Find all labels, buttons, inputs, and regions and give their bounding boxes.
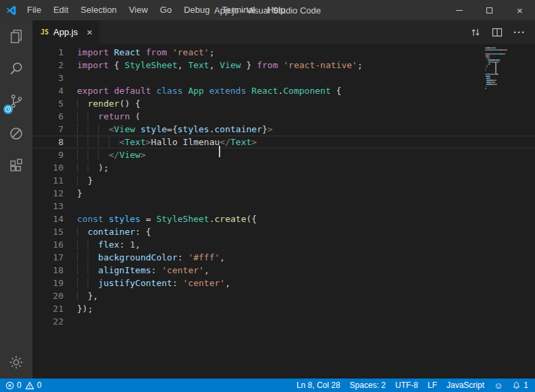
- line-number[interactable]: 21: [32, 302, 63, 315]
- warning-icon: [25, 381, 34, 390]
- activity-debug[interactable]: [0, 117, 32, 150]
- files-icon: [9, 29, 24, 44]
- code-line[interactable]: 9 </View>: [32, 148, 535, 161]
- code-line[interactable]: 8 <Text>Hallo Ilmenau</Text>: [32, 136, 535, 148]
- line-number[interactable]: 17: [32, 251, 63, 264]
- code-text: [77, 200, 535, 213]
- line-number[interactable]: 12: [32, 187, 63, 200]
- code-line[interactable]: 12}: [32, 187, 535, 200]
- code-text: container: {: [77, 225, 535, 238]
- notifications-bell[interactable]: 1: [512, 381, 528, 390]
- menu-debug[interactable]: Debug: [178, 0, 215, 20]
- code-line[interactable]: 7 <View style={styles.container}>: [32, 123, 535, 136]
- editor[interactable]: 1import React from 'react';2import { Sty…: [32, 44, 535, 379]
- line-number[interactable]: 7: [32, 123, 63, 136]
- line-number[interactable]: 3: [32, 72, 63, 84]
- code-text: );: [77, 161, 535, 174]
- code-text: alignItems: 'center',: [77, 264, 535, 277]
- problems-errors[interactable]: 0: [5, 381, 22, 390]
- split-editor-icon[interactable]: [492, 27, 503, 38]
- problems-warnings[interactable]: 0: [25, 381, 42, 390]
- line-number[interactable]: 5: [32, 97, 63, 110]
- eol-setting[interactable]: LF: [428, 381, 437, 390]
- code-text: [77, 315, 535, 328]
- scm-clock-badge: [3, 105, 13, 114]
- activity-explorer[interactable]: [0, 20, 32, 53]
- line-number[interactable]: 20: [32, 289, 63, 302]
- maximize-button[interactable]: [474, 0, 505, 20]
- code-line[interactable]: 15 container: {: [32, 225, 535, 238]
- indentation-setting[interactable]: Spaces: 2: [350, 381, 386, 390]
- code-line[interactable]: 19 justifyContent: 'center',: [32, 277, 535, 289]
- menu-go[interactable]: Go: [154, 0, 178, 20]
- code-text: backgroundColor: '#fff',: [77, 251, 535, 264]
- vscode-logo-icon: [5, 5, 17, 16]
- cursor-position[interactable]: Ln 8, Col 28: [297, 381, 340, 390]
- line-number[interactable]: 16: [32, 238, 63, 251]
- code-text: }: [77, 174, 535, 187]
- code-text: <View style={styles.container}>: [77, 123, 535, 136]
- language-mode[interactable]: JavaScript: [447, 381, 484, 390]
- code-text: export default class App extends React.C…: [77, 84, 535, 97]
- encoding-setting[interactable]: UTF-8: [395, 381, 418, 390]
- line-number[interactable]: 19: [32, 277, 63, 289]
- line-number[interactable]: 6: [32, 110, 63, 123]
- minimize-icon: [456, 10, 463, 11]
- activity-source-control[interactable]: [0, 85, 32, 117]
- menu-view[interactable]: View: [123, 0, 154, 20]
- line-number[interactable]: 10: [32, 161, 63, 174]
- minimize-button[interactable]: [444, 0, 474, 20]
- line-number[interactable]: 2: [32, 59, 63, 72]
- javascript-file-icon: JS: [41, 28, 49, 36]
- code-line[interactable]: 3: [32, 72, 535, 84]
- code-line[interactable]: 14const styles = StyleSheet.create({: [32, 213, 535, 225]
- line-number[interactable]: 11: [32, 174, 63, 187]
- more-actions-icon[interactable]: ···: [513, 27, 526, 37]
- line-number[interactable]: 9: [32, 148, 63, 161]
- close-button[interactable]: ×: [505, 0, 535, 20]
- code-line[interactable]: 11 }: [32, 174, 535, 187]
- status-left: 0 0: [5, 381, 41, 390]
- code-text: flex: 1,: [77, 238, 535, 251]
- line-number[interactable]: 22: [32, 315, 63, 328]
- minimap[interactable]: [485, 47, 527, 92]
- tab-appjs[interactable]: JS App.js ×: [32, 20, 99, 44]
- code-text: });: [77, 302, 535, 315]
- code-line[interactable]: 16 flex: 1,: [32, 238, 535, 251]
- bell-icon: [512, 381, 521, 390]
- activity-search[interactable]: [0, 53, 32, 85]
- line-number[interactable]: 4: [32, 84, 63, 97]
- tab-label: App.js: [53, 27, 78, 37]
- code-line[interactable]: 17 backgroundColor: '#fff',: [32, 251, 535, 264]
- tab-close-icon[interactable]: ×: [86, 27, 93, 37]
- code-line[interactable]: 2import { StyleSheet, Text, View } from …: [32, 59, 535, 72]
- code-line[interactable]: 5 render() {: [32, 97, 535, 110]
- line-number[interactable]: 18: [32, 264, 63, 277]
- warning-count: 0: [37, 381, 42, 390]
- tab-bar: JS App.js × ···: [32, 20, 535, 44]
- line-number[interactable]: 8: [32, 136, 63, 148]
- line-number[interactable]: 1: [32, 46, 63, 59]
- menu-file[interactable]: File: [21, 0, 47, 20]
- line-number[interactable]: 15: [32, 225, 63, 238]
- feedback-smiley-icon[interactable]: ☺: [494, 381, 503, 390]
- menu-selection[interactable]: Selection: [74, 0, 122, 20]
- notification-count: 1: [524, 381, 528, 390]
- code-line[interactable]: 4export default class App extends React.…: [32, 84, 535, 97]
- sync-changes-icon[interactable]: [470, 27, 481, 38]
- activity-extensions[interactable]: [0, 150, 32, 182]
- code-line[interactable]: 21});: [32, 302, 535, 315]
- code-line[interactable]: 18 alignItems: 'center',: [32, 264, 535, 277]
- line-number[interactable]: 14: [32, 213, 63, 225]
- activity-settings[interactable]: [0, 346, 32, 379]
- line-number[interactable]: 13: [32, 200, 63, 213]
- menu-edit[interactable]: Edit: [47, 0, 74, 20]
- code-line[interactable]: 22: [32, 315, 535, 328]
- code-line[interactable]: 6 return (: [32, 110, 535, 123]
- extensions-icon: [9, 159, 24, 173]
- code-line[interactable]: 10 );: [32, 161, 535, 174]
- code-line[interactable]: 20 },: [32, 289, 535, 302]
- code-line[interactable]: 1import React from 'react';: [32, 46, 535, 59]
- code-line[interactable]: 13: [32, 200, 535, 213]
- editor-actions: ···: [470, 20, 535, 44]
